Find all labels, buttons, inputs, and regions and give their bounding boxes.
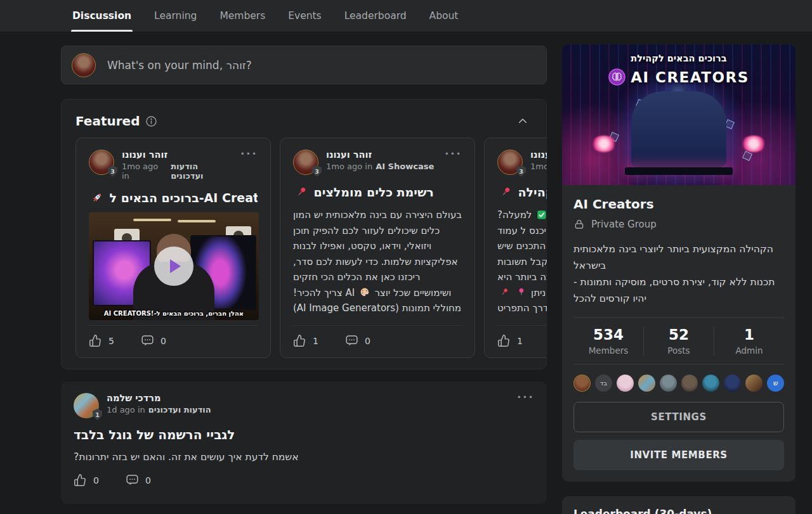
post-title[interactable]: קהילה — [497, 185, 547, 199]
post-time: 1mo ago in — [326, 162, 372, 171]
group-name: AI Creators — [573, 196, 784, 212]
tab-discussion[interactable]: Discussion — [71, 0, 133, 32]
member-avatar[interactable] — [681, 375, 698, 392]
post-body: אשמח לדעת איך עושים את זה. והאם יש בזה י… — [74, 451, 534, 463]
like-button[interactable]: 1 — [497, 334, 523, 347]
comment-count: 0 — [160, 336, 166, 346]
comment-button[interactable]: 0 — [141, 334, 166, 347]
featured-title: Featured — [75, 113, 140, 129]
banner-welcome-text: ברוכים הבאים לקהילת — [562, 53, 796, 63]
member-avatar[interactable]: בד — [595, 375, 612, 392]
member-avatar[interactable] — [745, 375, 763, 392]
palette-icon — [360, 287, 370, 297]
like-count: 0 — [93, 475, 99, 485]
round-pin-icon — [516, 287, 527, 297]
featured-card-welcome[interactable]: 3 זוהר וענונו 1mo ago inהודעות ועדכונים … — [75, 138, 271, 358]
featured-card-tools[interactable]: 3 זוהר וענונו 1mo ago inAI Showcase רשימ… — [280, 138, 475, 358]
like-button[interactable]: 0 — [74, 473, 99, 487]
info-icon[interactable] — [145, 115, 157, 127]
post-menu-icon[interactable] — [517, 393, 534, 418]
comment-button[interactable]: 0 — [345, 334, 370, 347]
like-count: 1 — [517, 336, 523, 346]
tab-learning[interactable]: Learning — [153, 0, 198, 32]
banner-brand-text: AI CREATORS — [631, 69, 749, 86]
play-button-icon[interactable] — [154, 247, 193, 286]
comment-button[interactable]: 0 — [126, 473, 151, 487]
member-avatar[interactable] — [617, 375, 634, 392]
brain-logo-icon — [608, 68, 625, 86]
collapse-chevron-up-icon[interactable] — [517, 115, 528, 127]
thumbs-up-icon — [74, 473, 87, 487]
composer-placeholder: What's on your mind, זוהר? — [107, 59, 252, 72]
author-name[interactable]: זוהר וענונו — [530, 150, 547, 160]
comment-icon — [141, 334, 154, 347]
pushpin-icon — [295, 186, 308, 198]
tab-leaderboard[interactable]: Leaderboard — [343, 0, 408, 32]
level-badge: 3 — [312, 165, 322, 177]
post-menu-icon[interactable] — [240, 150, 258, 181]
author-avatar[interactable]: 3 — [497, 150, 523, 175]
pushpin-icon — [499, 287, 509, 297]
post-menu-icon[interactable] — [445, 150, 462, 175]
comment-icon — [126, 473, 139, 487]
sidebar: ברוכים הבאים לקהילת AI CREATORS AI Creat… — [562, 44, 796, 514]
member-avatar[interactable]: ש — [767, 375, 784, 392]
video-thumbnail[interactable]: אהלן חברים, ברוכים הבאים ל-AI CREATORS!‎ — [89, 212, 259, 320]
rocket-icon — [91, 191, 103, 204]
pushpin-icon — [499, 186, 512, 198]
like-count: 5 — [108, 336, 114, 346]
member-avatar[interactable] — [702, 375, 719, 392]
author-avatar[interactable]: 3 — [293, 150, 318, 175]
like-button[interactable]: 1 — [293, 334, 318, 347]
privacy-label: Private Group — [591, 219, 657, 230]
member-avatar[interactable] — [724, 375, 741, 392]
author-avatar[interactable]: 3 — [89, 150, 114, 175]
post-time: 1d ago in — [107, 405, 145, 414]
level-badge: 1 — [93, 409, 102, 420]
post-category[interactable]: AI Showcase — [376, 162, 434, 171]
group-card: ברוכים הבאים לקהילת AI CREATORS AI Creat… — [562, 44, 796, 482]
post-time: 1mo — [530, 162, 547, 171]
tab-events[interactable]: Events — [287, 0, 322, 32]
author-avatar[interactable]: 1 — [74, 393, 99, 418]
tab-members[interactable]: Members — [218, 0, 266, 32]
member-avatar[interactable] — [638, 375, 655, 392]
author-name[interactable]: מרדכי שלמה — [107, 393, 211, 403]
stat-posts[interactable]: 52 Posts — [643, 326, 714, 356]
tab-about[interactable]: About — [428, 0, 460, 32]
featured-card-rules[interactable]: 3 זוהר וענונו 1mo קהילה למעלה? היכנס ל ע… — [484, 138, 547, 358]
post-title[interactable]: רשימת כלים מומלצים — [293, 185, 462, 199]
thumbs-up-icon — [89, 334, 102, 347]
thumbs-up-icon — [497, 334, 511, 347]
check-icon — [537, 210, 547, 220]
group-banner-image[interactable]: ברוכים הבאים לקהילת AI CREATORS — [562, 44, 796, 185]
settings-button[interactable]: SETTINGS — [573, 402, 784, 432]
author-name[interactable]: זוהר וענונו — [122, 150, 233, 160]
top-nav: Discussion Learning Members Events Leade… — [0, 0, 812, 32]
post-title[interactable]: לגביי הרשמה של גוגל בלבד — [74, 427, 534, 442]
group-stats: 534 Members 52 Posts 1 Admin — [573, 318, 784, 364]
post-composer[interactable]: What's on your mind, זוהר? — [61, 46, 547, 84]
author-name[interactable]: זוהר וענונו — [326, 150, 434, 160]
post-title[interactable]: ברוכים הבאים ל-AI Creat... — [89, 191, 258, 205]
leaderboard-card: Leaderboard (30-days) — [562, 496, 796, 514]
comment-count: 0 — [365, 336, 370, 346]
member-avatar[interactable] — [660, 375, 677, 392]
video-caption: אהלן חברים, ברוכים הבאים ל-AI CREATORS!‎ — [89, 310, 259, 317]
group-description: הקהילה המקצועית ביותר ליוצרי בינה מלאכות… — [573, 241, 784, 307]
comment-icon — [345, 334, 358, 347]
member-avatar[interactable] — [573, 375, 591, 392]
feed-post[interactable]: 1 מרדכי שלמה 1d ago inהודעות ועדכונים לג… — [61, 382, 547, 504]
post-category[interactable]: הודעות ועדכונים — [171, 162, 233, 181]
level-badge: 3 — [516, 165, 526, 177]
stat-members[interactable]: 534 Members — [573, 326, 643, 356]
stat-admin[interactable]: 1 Admin — [714, 326, 784, 356]
like-count: 1 — [313, 336, 318, 346]
invite-members-button[interactable]: INVITE MEMBERS — [573, 440, 784, 470]
post-category[interactable]: הודעות ועדכונים — [148, 405, 211, 414]
like-button[interactable]: 5 — [89, 334, 114, 347]
level-badge: 3 — [108, 165, 117, 177]
comment-count: 0 — [145, 475, 151, 485]
lock-icon — [573, 219, 585, 230]
featured-cards-row: 3 זוהר וענונו 1mo ago inהודעות ועדכונים … — [75, 138, 547, 358]
